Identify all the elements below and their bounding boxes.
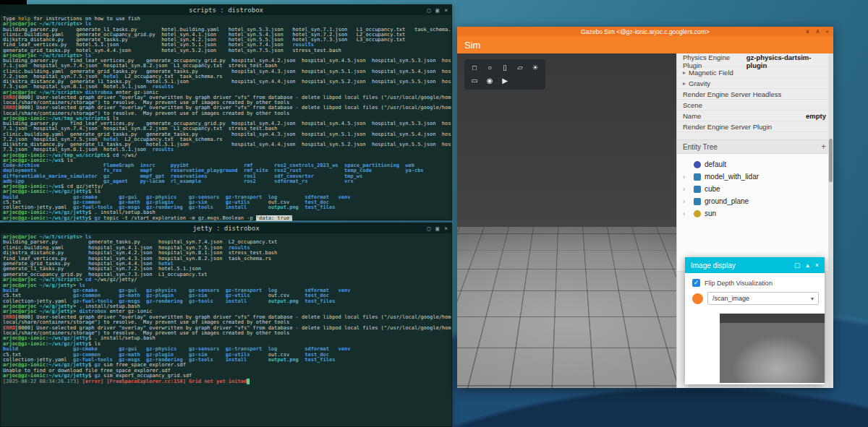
- zoom-value: 86.93 %: [629, 379, 653, 386]
- cylinder-icon[interactable]: ▯: [500, 63, 510, 73]
- close-icon[interactable]: ×: [444, 225, 448, 232]
- inspector-label: Render Engine Server Plugin: [683, 123, 772, 131]
- inspector-row[interactable]: Physics Engine Plugingz-physics-dartsim-…: [677, 56, 833, 67]
- app-name: Sim: [464, 40, 480, 51]
- terminal-top-controls: ▢▣×: [427, 5, 448, 15]
- collapse-icon[interactable]: ∨: [806, 28, 810, 35]
- sun-icon: [694, 210, 701, 217]
- inspector-value: empty: [806, 112, 826, 120]
- topic-dropdown[interactable]: /scan_image: [707, 292, 819, 305]
- entity-tree-item-sun[interactable]: ›sun: [677, 207, 833, 220]
- undock-icon[interactable]: ▢: [794, 262, 801, 269]
- gazebo-header: Sim: [457, 36, 833, 53]
- box-icon[interactable]: □: [469, 63, 480, 73]
- maximize-icon[interactable]: ▢: [427, 225, 431, 232]
- restore-icon[interactable]: ▣: [435, 7, 439, 14]
- add-entity-button[interactable]: +: [821, 142, 826, 152]
- plane-icon[interactable]: ▭: [469, 76, 480, 86]
- entity-label: sun: [705, 210, 716, 217]
- terminal-window-scripts: scripts : distrobox ▢▣× Type help for in…: [0, 4, 452, 220]
- image-display-header[interactable]: Image display ▢▴×: [685, 257, 825, 273]
- entity-label: cube: [705, 185, 720, 193]
- cube-front-face: [518, 240, 537, 256]
- caret-down-icon: [811, 296, 814, 302]
- entity-tree-item-ground_plane[interactable]: ›ground_plane: [677, 195, 833, 207]
- restore-icon[interactable]: ▣: [435, 225, 439, 232]
- terminal-bottom-body[interactable]: arjoc@arjoc ~/w/t/scripts> lsbuilding_pa…: [1, 233, 451, 386]
- inspector-row[interactable]: Render Engine Server Headless: [677, 89, 833, 100]
- topic-value: /scan_image: [712, 295, 749, 302]
- entity-tree-title: Entity Tree: [683, 143, 718, 151]
- gazebo-titlebar[interactable]: Gazebo Sim <@gz-ionic.arjoc.c.googlers.c…: [457, 27, 833, 36]
- cube-icon: [694, 186, 701, 193]
- camera-icon[interactable]: ◉: [485, 76, 495, 86]
- red-cube-model[interactable]: [518, 234, 537, 256]
- inspector-row[interactable]: Scene: [677, 100, 833, 111]
- terminal-title: jetty : distrobox: [192, 225, 259, 232]
- scan-image-preview: [720, 314, 825, 383]
- zoom-indicator: 86.93 %: [621, 379, 653, 386]
- inspector-label: Physics Engine Plugin: [683, 53, 746, 69]
- inspector-row[interactable]: Nameempty: [677, 111, 833, 121]
- plane-icon: [694, 198, 701, 205]
- expand-icon[interactable]: ∧: [815, 28, 820, 35]
- close-icon[interactable]: ×: [444, 7, 448, 14]
- component-inspector: Physics Engine Plugingz-physics-dartsim-…: [677, 53, 833, 132]
- fold-icon[interactable]: ▴: [806, 262, 809, 269]
- video-icon[interactable]: ▶: [500, 76, 510, 86]
- topic-refresh-icon[interactable]: [692, 293, 703, 304]
- entity-tree-item-cube[interactable]: ›cube: [677, 183, 833, 195]
- desktop: scripts : distrobox ▢▣× Type help for in…: [0, 0, 868, 427]
- flip-depth-row: ✓ Flip Depth Visualization: [685, 273, 825, 287]
- chevron-right-icon[interactable]: ›: [683, 198, 690, 205]
- expand-icon[interactable]: ▸: [683, 69, 686, 76]
- inspector-value: gz-physics-dartsim-plugin: [746, 53, 826, 69]
- collapse-arrow-icon[interactable]: [621, 379, 623, 386]
- entity-label: ground_plane: [705, 197, 749, 205]
- entity-tree-header[interactable]: Entity Tree +: [677, 139, 833, 154]
- viewport-toolbar: □○▯▱☀ ▭◉▶: [464, 59, 545, 90]
- robot-icon: [694, 173, 701, 181]
- flip-depth-checkbox[interactable]: ✓: [692, 279, 700, 287]
- close-icon[interactable]: ×: [825, 28, 829, 35]
- scene-marker: [565, 260, 566, 276]
- maximize-icon[interactable]: ▢: [427, 7, 431, 14]
- entity-tree-item-model_with_lidar[interactable]: ›model_with_lidar: [677, 171, 833, 183]
- entity-tree-item-default[interactable]: default: [677, 158, 833, 171]
- inspector-row[interactable]: ▸Gravity: [677, 78, 833, 89]
- inspector-label: Scene: [683, 101, 702, 109]
- sphere-icon[interactable]: ○: [485, 63, 495, 73]
- light-icon[interactable]: ☀: [530, 63, 540, 73]
- entity-label: model_with_lidar: [705, 173, 759, 181]
- entity-tree-list: default›model_with_lidar›cube›ground_pla…: [677, 154, 833, 272]
- inspector-row[interactable]: Render Engine Server Plugin: [677, 121, 833, 132]
- inspector-label: Name: [683, 112, 701, 120]
- inspector-label: Gravity: [689, 79, 710, 87]
- gazebo-content: □○▯▱☀ ▭◉▶ 86.93 % Physics Engine Pluging…: [457, 53, 833, 388]
- panel-scrollbar-thumb[interactable]: [829, 139, 833, 182]
- panel-scrollbar[interactable]: [828, 53, 833, 388]
- viewport-toolbar-row1: □○▯▱☀: [469, 63, 540, 73]
- scene-viewport[interactable]: □○▯▱☀ ▭◉▶ 86.93 %: [457, 53, 676, 388]
- terminal-line: arjoc@gz-ionic:~/ws/gz/jetty$ gz topic -…: [3, 216, 449, 221]
- cube-top-face: [518, 234, 537, 240]
- chevron-right-icon[interactable]: ›: [683, 210, 690, 217]
- expand-icon[interactable]: ▸: [683, 80, 686, 87]
- inspector-label: Render Engine Server Headless: [683, 90, 781, 98]
- capsule-icon[interactable]: ▱: [515, 63, 525, 73]
- terminal-title: scripts : distrobox: [189, 7, 263, 14]
- viewport-toolbar-row2: ▭◉▶: [469, 76, 540, 86]
- image-display-body: ✓ Flip Depth Visualization /scan_image: [685, 273, 825, 384]
- chevron-right-icon[interactable]: ›: [683, 173, 690, 181]
- entity-dot-icon: [694, 161, 701, 168]
- image-display-title: Image display: [691, 262, 736, 269]
- chevron-right-icon[interactable]: ›: [683, 186, 690, 193]
- close-icon[interactable]: ×: [815, 262, 819, 269]
- terminal-titlebar[interactable]: scripts : distrobox ▢▣×: [1, 5, 451, 15]
- gazebo-window: Gazebo Sim <@gz-ionic.arjoc.c.googlers.c…: [457, 27, 833, 388]
- left-splitter-handle[interactable]: [457, 305, 459, 347]
- gazebo-titlebar-controls: ∨∧×: [806, 27, 829, 36]
- inspector-label: Magnetic Field: [689, 69, 733, 77]
- terminal-top-body[interactable]: Type help for instructions on how to use…: [1, 15, 451, 223]
- terminal-titlebar[interactable]: jetty : distrobox ▢▣×: [1, 223, 451, 233]
